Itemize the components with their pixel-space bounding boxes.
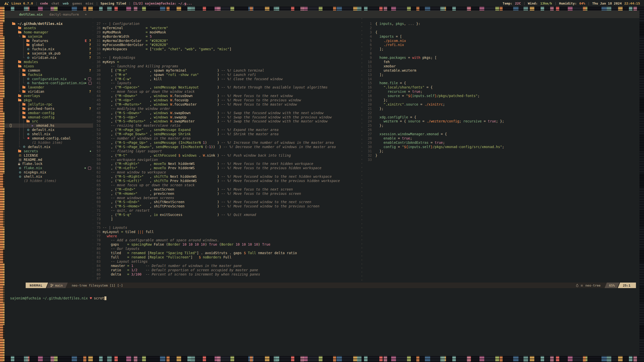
line-number: 84 — [93, 264, 101, 268]
tree-item-LICENSE[interactable]: ⚖LICENSE — [5, 153, 93, 158]
tree-item-xmonad-config.cabal[interactable]: │ └ ✱xmonad-config.cabal — [5, 136, 93, 141]
tree-item-shell.nix[interactable]: │ │ ⚙shell.nix — [5, 132, 93, 136]
tree-item-configuration.nix[interactable]: │ │ ⚙configuration.nix — [5, 77, 93, 81]
line-number: 14 — [363, 77, 372, 81]
code-text: , ("M-S-<Page_Down>", sendMessage (IncMa… — [103, 145, 336, 149]
statusline-right: ≡ neo-tree 65% 25:1 — [576, 283, 636, 288]
line-number: 30 — [363, 145, 372, 149]
tree-item-fuchsia[interactable]: │ fuchsia — [5, 73, 93, 77]
line-number: 66 — [93, 187, 101, 192]
workspace-chat[interactable]: chat — [51, 2, 59, 5]
tree-item--1-hidden-item-[interactable]: │ (1 hidden item) — [5, 141, 93, 145]
code-line: 53 , ("M-<Page_Down>" , sendMessage Shri… — [93, 132, 362, 136]
line-number: 44 — [93, 94, 101, 98]
workspace-code[interactable]: code — [40, 2, 48, 5]
tree-item-README.md[interactable]: ▤README.md — [5, 158, 93, 162]
code-line: 28 enable = true; — [363, 136, 637, 141]
tree-item-nixpkgs.nix[interactable]: ⚙nixpkgs.nix — [5, 170, 93, 174]
window-separator[interactable] — [362, 18, 362, 283]
tree-item--.github-dotfiles.nix[interactable]: ~/.github/dotfiles.nix — [5, 22, 93, 26]
tree-item-global[interactable]: │ global? — [5, 43, 93, 47]
code-line: 44 , ("M-<Down>" , windows W.focusDown )… — [93, 94, 362, 98]
nix-gear-icon: ⚙ — [26, 77, 30, 80]
nix-gear-icon: ⚙ — [26, 82, 30, 85]
os-logo-icon — [4, 2, 9, 5]
code-text: , ("M-S-<Home>" , shiftPrevScreen ) -- %… — [103, 204, 319, 208]
code-line: 45 , ("M-<Up>" , windows W.focusUp ) -- … — [93, 98, 362, 102]
tree-item-fuchsia.nix[interactable]: │ ⚙fuchsia.nix? — [5, 47, 93, 51]
tree-item-features[interactable]: │ featuresE? — [5, 39, 93, 43]
code-text: } — [375, 153, 377, 158]
code-line: 11 xmobar — [363, 64, 637, 68]
indent-guide — [12, 158, 18, 162]
tree-item-jellyfin-rpc[interactable]: │ jellyfin-rpc — [5, 102, 93, 107]
indent-guide: │ │ — [12, 77, 26, 81]
tree-item-nixos[interactable]: nixos — [5, 64, 93, 68]
tree-item-viridian[interactable]: └ viridian? — [5, 89, 93, 94]
workspace-misc[interactable]: misc — [86, 2, 93, 5]
tree-item-label: viridian — [28, 89, 44, 94]
tree-item-assets[interactable]: assets — [5, 26, 93, 30]
tree-item-shell.nix[interactable]: ⚙shell.nix — [5, 174, 93, 179]
code-line: 9 home.packages = with pkgs; [ — [363, 56, 637, 60]
tree-item-label: sajenim_sk.pub — [32, 51, 61, 56]
indent-guide: │ — [12, 73, 22, 77]
workspace-web[interactable]: web — [63, 2, 69, 5]
tab-dotfiles[interactable]: dotfiles.nix — [19, 13, 43, 16]
tree-item-label: hardware-configuration.nix — [32, 81, 85, 85]
tree-item-home-manager[interactable]: home-manager — [5, 30, 93, 34]
tree-item-src[interactable]: │ │ src — [5, 119, 93, 123]
tree-item-overlays[interactable]: overlays — [5, 94, 93, 98]
code-line: 81 tiled = renamed [Replace "Spacing Til… — [93, 251, 362, 255]
editor-pane-xmonad-hs[interactable]: 27-- | Configuration28myTerminal = "wezt… — [93, 22, 362, 281]
line-number: 6 — [363, 43, 372, 47]
tree-item-pkgs[interactable]: pkgs — [5, 98, 93, 102]
tree-item-patched-fonts[interactable]: │ patched-fonts? — [5, 107, 93, 111]
tree-item-xmonad.hs[interactable]: │ │ └ »xmonad.hs — [5, 123, 93, 128]
indent-guide: └ — [12, 56, 26, 60]
tree-item-flake.nix[interactable]: ⚙flake.nix — [5, 166, 93, 170]
neo-tree-panel[interactable]: ~/.github/dotfiles.nix assets home-manag… — [5, 22, 93, 183]
prompt-symbol-icon: ♥ — [90, 296, 92, 300]
code-line: 87 — [93, 276, 362, 281]
line-number: 35 — [93, 56, 101, 60]
indent-guide: │ │ — [12, 119, 26, 123]
code-line: 19 }; — [363, 98, 637, 102]
code-text: myBorderWidth = 5 — [103, 34, 152, 39]
line-number: 87 — [93, 276, 101, 281]
tree-item-sajenim[interactable]: └ sajenim — [5, 34, 93, 39]
tree-item-xmobar-config[interactable]: │ xmobar-config — [5, 111, 93, 115]
workspace-games[interactable]: games — [72, 2, 82, 5]
tree-item-sajenim-sk.pub[interactable]: │ ✱sajenim_sk.pub? — [5, 51, 93, 56]
tree-item-xmonad-config[interactable]: │ xmonad-config — [5, 115, 93, 119]
tree-item-default.nix[interactable]: │ │ ⚙default.nix — [5, 128, 93, 132]
editor-pane-nix[interactable]: 1{ inputs, pkgs, ... }:23{4 imports = [5… — [363, 22, 637, 162]
line-number: 3 — [363, 30, 372, 34]
tree-item-label: sajenim — [28, 34, 42, 39]
tree-item-viridian.nix[interactable]: └ ⚙viridian.nix? — [5, 56, 93, 60]
modified-dot-badge — [85, 167, 86, 169]
tree-item-common[interactable]: │ common? — [5, 68, 93, 73]
tree-item-hardware-configuration.nix[interactable]: │ └ ⚙hardware-configuration.nix — [5, 81, 93, 85]
indent-guide — [12, 30, 18, 34]
tree-item-lavender[interactable]: │ lavender — [5, 85, 93, 89]
tree-item-label: (1 hidden item) — [32, 141, 63, 145]
code-line: 33myWorkspaces = ["code", "chat", "web",… — [93, 47, 362, 51]
separator: | — [129, 2, 131, 5]
tree-item-modules[interactable]: modules — [5, 60, 93, 64]
separator: | — [588, 2, 590, 5]
tree-item-flake.lock[interactable]: flake.lock — [5, 162, 93, 166]
line-number: 28 — [363, 136, 372, 141]
tab-dactyl-manuform[interactable]: dactyl-manuform — [49, 13, 79, 16]
line-number: 31 — [363, 149, 372, 153]
line-number: 32 — [363, 153, 372, 158]
tree-item-default.nix[interactable]: └ ⚙default.nix — [5, 145, 93, 149]
line-number: 83 — [93, 259, 101, 264]
code-text: -- | Configuration — [103, 22, 139, 26]
tree-item--3-hidden-items-[interactable]: (3 hidden items) — [5, 179, 93, 183]
shell-prompt[interactable]: sajenim@fuchsia ~/.github/dotfiles.nix ♥… — [10, 296, 106, 300]
tree-item-secrets[interactable]: secrets — [5, 149, 93, 153]
line-number: 62 — [93, 170, 101, 174]
new-tab-button[interactable]: + — [85, 13, 87, 16]
xmobar-left: Linux 6.7.0 | codechatwebgamesmisc | Spa… — [4, 2, 192, 5]
